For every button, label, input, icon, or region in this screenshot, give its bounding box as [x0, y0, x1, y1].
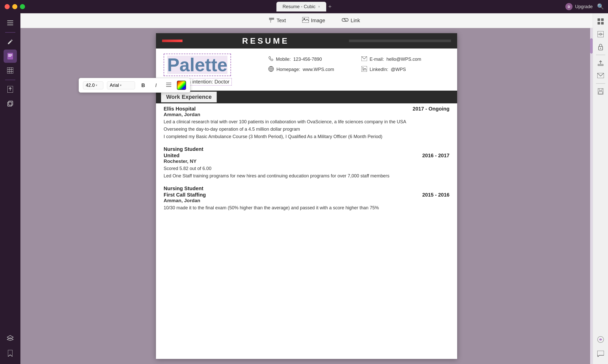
- name-text-wrapper[interactable]: Palette: [164, 54, 231, 76]
- main-toolbar: T Text Image Link: [20, 13, 608, 28]
- homepage-label: Homepage:: [276, 67, 300, 72]
- exp-desc-0-2: I completed my Basic Ambulance Course (3…: [164, 133, 449, 140]
- image-tool[interactable]: Image: [299, 15, 328, 26]
- resume-document: RESUME Palette Job search intention: Doc…: [156, 33, 457, 359]
- text-tool[interactable]: T Text: [265, 15, 289, 27]
- exp-role-2: Nursing Student: [164, 186, 449, 191]
- contact-info: Mobile: 123-456-7890 E-mail: hello@WPS.c…: [268, 54, 449, 73]
- right-icon-ai[interactable]: [594, 333, 607, 346]
- font-family-chevron-icon: ▾: [120, 83, 121, 87]
- name-contact-section: Palette Job search intention: Doctor Mob…: [156, 48, 457, 91]
- svg-point-44: [362, 67, 363, 68]
- exp-location-2: Amman, Jordan: [164, 198, 449, 203]
- exp-company-2: First Call Staffing: [164, 192, 206, 198]
- svg-point-31: [600, 48, 601, 49]
- resume-title-bar: RESUME: [162, 36, 451, 46]
- svg-text:T: T: [270, 19, 272, 23]
- font-size-dropdown[interactable]: 42.0 ▾: [83, 81, 103, 89]
- sidebar-icon-upload[interactable]: [4, 83, 17, 96]
- resume-title: RESUME: [187, 36, 345, 46]
- svg-rect-32: [598, 64, 603, 66]
- font-size-value: 42.0: [86, 83, 95, 88]
- sidebar-icon-table[interactable]: [4, 64, 17, 77]
- sidebar-icon-menu[interactable]: [4, 16, 17, 30]
- link-tool[interactable]: Link: [338, 15, 363, 26]
- svg-rect-2: [7, 25, 13, 25]
- exp-company-1: United: [164, 153, 179, 159]
- sidebar-icon-bookmark[interactable]: [4, 347, 17, 360]
- scrollbar-track: [590, 28, 593, 364]
- linkedin-label: LinkedIn:: [370, 67, 388, 72]
- italic-button[interactable]: I: [151, 81, 161, 90]
- scrollbar-thumb[interactable]: [590, 38, 593, 54]
- svg-rect-13: [8, 102, 12, 106]
- tab-resume-cubic[interactable]: Resume - Cubic ×: [276, 2, 326, 11]
- email-label: E-mail:: [370, 57, 384, 62]
- svg-rect-17: [269, 18, 274, 19]
- list-icon: [166, 82, 171, 88]
- svg-rect-36: [599, 92, 603, 94]
- job-intention-value: Doctor: [214, 79, 229, 84]
- color-picker-button[interactable]: [177, 81, 186, 90]
- main-content-area: RESUME Palette Job search intention: Doc…: [20, 28, 593, 364]
- search-button[interactable]: 🔍: [597, 3, 604, 10]
- exp-header-row-1: United 2016 - 2017: [164, 153, 449, 159]
- right-icon-scan[interactable]: [594, 28, 607, 40]
- homepage-value: www.WPS.com: [303, 67, 334, 72]
- close-button[interactable]: [5, 4, 10, 9]
- exp-location-0: Amman, Jordan: [164, 112, 449, 117]
- user-avatar: D: [565, 3, 573, 10]
- sidebar-icon-copy[interactable]: [4, 97, 17, 110]
- right-icon-chat[interactable]: [594, 348, 607, 360]
- exp-desc-2-0: 10/30 made it to the final exam (50% hig…: [164, 204, 449, 211]
- sidebar-icon-layers[interactable]: [4, 331, 17, 345]
- exp-desc-1-1: Led One Staff training programs for new …: [164, 173, 449, 179]
- right-icon-upload[interactable]: [594, 57, 607, 69]
- link-icon: [342, 17, 349, 24]
- sidebar-icon-edit[interactable]: [4, 35, 17, 48]
- name-field[interactable]: Palette: [167, 56, 227, 74]
- right-icon-grid[interactable]: [594, 15, 607, 28]
- exp-date-1: 2016 - 2017: [422, 153, 449, 159]
- mobile-value: 123-456-7890: [293, 57, 322, 62]
- font-size-chevron-icon: ▾: [96, 83, 97, 87]
- tab-label: Resume - Cubic: [283, 4, 315, 9]
- linkedin-icon: [361, 66, 367, 73]
- exp-item-2: Nursing Student First Call Staffing 2015…: [164, 186, 449, 211]
- font-family-dropdown[interactable]: Arial ▾: [107, 81, 135, 89]
- right-icon-save[interactable]: [594, 85, 607, 98]
- text-label: Text: [277, 18, 286, 23]
- exp-header-row-0: Ellis Hospital 2017 - Ongoing: [164, 106, 449, 112]
- svg-rect-24: [601, 18, 604, 21]
- left-sidebar: [0, 13, 20, 364]
- bold-button[interactable]: B: [139, 81, 148, 90]
- minimize-button[interactable]: [12, 4, 17, 9]
- linkedin-value: @WPS: [391, 67, 406, 72]
- tab-add-button[interactable]: +: [328, 3, 332, 10]
- contact-linkedin-row: LinkedIn: @WPS: [361, 66, 449, 73]
- exp-role-1: Nursing Student: [164, 146, 449, 152]
- maximize-button[interactable]: [20, 4, 25, 9]
- color-swatch: [177, 81, 186, 90]
- svg-rect-26: [601, 22, 604, 25]
- sidebar-divider-2: [5, 80, 15, 80]
- link-label: Link: [351, 18, 360, 23]
- sidebar-divider-1: [5, 32, 15, 33]
- right-icon-lock[interactable]: [594, 41, 607, 53]
- header-red-bar: [162, 40, 183, 42]
- work-experience-header: Work Experience: [156, 91, 457, 103]
- svg-rect-14: [9, 101, 13, 105]
- list-button[interactable]: [164, 81, 173, 90]
- header-right-bar: [349, 40, 451, 42]
- upgrade-button[interactable]: D Upgrade: [565, 3, 593, 10]
- exp-item-1: Nursing Student United 2016 - 2017 Roche…: [164, 146, 449, 179]
- right-icon-mail[interactable]: [594, 69, 607, 82]
- contact-mobile-row: Mobile: 123-456-7890: [268, 56, 356, 63]
- bold-icon: B: [141, 82, 145, 88]
- sidebar-icon-doc[interactable]: [4, 50, 17, 63]
- format-toolbar: 42.0 ▾ Arial ▾ B I: [79, 78, 190, 93]
- svg-rect-0: [7, 20, 13, 21]
- tab-close-button[interactable]: ×: [318, 5, 320, 9]
- resume-header: RESUME: [156, 33, 457, 48]
- email-value: hello@WPS.com: [386, 57, 421, 62]
